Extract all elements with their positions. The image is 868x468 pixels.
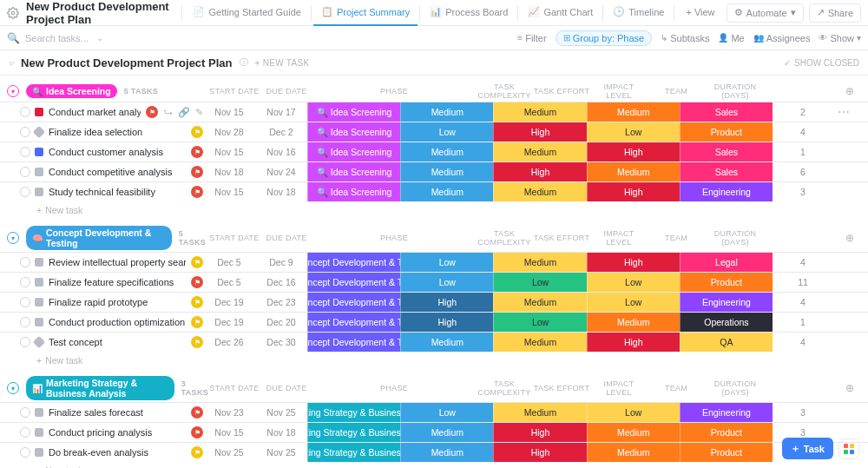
view-tab[interactable]: 📋Project Summary xyxy=(313,0,418,26)
priority-flag-icon[interactable]: ⚑ xyxy=(191,256,203,268)
team-chip[interactable]: Sales xyxy=(680,162,773,181)
phase-chip[interactable]: 🔍 Idea Screening xyxy=(307,142,400,161)
start-date[interactable]: Dec 26 xyxy=(203,333,255,352)
group-badge[interactable]: 🧠 Concept Development & Testing xyxy=(26,226,172,250)
complexity-chip[interactable]: Low xyxy=(400,273,493,292)
effort-chip[interactable]: High xyxy=(493,443,586,462)
impact-chip[interactable]: High xyxy=(587,182,680,201)
add-view-button[interactable]: + View xyxy=(678,0,722,26)
complexity-chip[interactable]: Low xyxy=(400,122,493,142)
impact-chip[interactable]: High xyxy=(587,333,680,352)
select-checkbox[interactable] xyxy=(19,253,31,272)
effort-chip[interactable]: Medium xyxy=(493,333,586,352)
edit-icon[interactable]: ✎ xyxy=(195,107,203,118)
impact-chip[interactable]: Low xyxy=(587,122,680,142)
start-date[interactable]: Dec 5 xyxy=(203,253,255,272)
team-chip[interactable]: Product xyxy=(680,122,773,142)
group-badge[interactable]: 📊 Marketing Strategy & Business Analysis xyxy=(26,376,174,400)
drag-handle-icon[interactable]: ⋮⋮ xyxy=(0,403,19,422)
priority-flag-icon[interactable]: ⚑ xyxy=(191,316,203,328)
phase-chip[interactable]: 🧠 Concept Development & Testing xyxy=(307,273,400,292)
new-task-row[interactable]: New task xyxy=(0,462,868,468)
impact-chip[interactable]: Medium xyxy=(587,102,680,122)
drag-handle-icon[interactable]: ⋮⋮ xyxy=(0,443,19,462)
phase-chip[interactable]: 📊 Marketing Strategy & Business Analysis xyxy=(307,443,400,462)
automate-button[interactable]: ⚙ Automate ▾ xyxy=(727,3,804,23)
task-row[interactable]: ⋮⋮ Conduct production optimization analy… xyxy=(0,312,868,332)
team-chip[interactable]: Sales xyxy=(680,102,773,122)
view-tab[interactable]: 📈Gantt Chart xyxy=(520,0,601,26)
drag-handle-icon[interactable]: ⋮⋮ xyxy=(0,423,19,442)
drag-handle-icon[interactable]: ⋮⋮ xyxy=(0,102,19,122)
priority-flag-icon[interactable]: ⚑ xyxy=(146,106,158,118)
effort-chip[interactable]: Medium xyxy=(493,142,586,161)
priority-flag-icon[interactable]: ⚑ xyxy=(191,186,203,198)
add-column-button[interactable]: ⊕ xyxy=(845,232,854,244)
complexity-chip[interactable]: Medium xyxy=(400,142,493,161)
complexity-chip[interactable]: Medium xyxy=(400,333,493,352)
show-closed-button[interactable]: ✓ SHOW CLOSED xyxy=(784,58,859,68)
select-checkbox[interactable] xyxy=(19,443,31,462)
phase-chip[interactable]: 🧠 Concept Development & Testing xyxy=(307,293,400,312)
drag-handle-icon[interactable]: ⋮⋮ xyxy=(0,293,19,312)
task-list-scroll[interactable]: ▾ 🔍 Idea Screening 5 TASKS START DATE DU… xyxy=(0,75,868,468)
team-chip[interactable]: QA xyxy=(680,333,773,352)
start-date[interactable]: Nov 25 xyxy=(203,443,255,462)
drag-handle-icon[interactable]: ⋮⋮ xyxy=(0,182,19,201)
due-date[interactable]: Nov 25 xyxy=(255,403,307,422)
complexity-chip[interactable]: Medium xyxy=(400,423,493,442)
group-collapse-button[interactable]: ▾ xyxy=(7,232,19,244)
team-chip[interactable]: Product xyxy=(680,443,773,462)
due-date[interactable]: Nov 25 xyxy=(255,443,307,462)
group-badge[interactable]: 🔍 Idea Screening xyxy=(26,84,117,98)
due-date[interactable]: Dec 2 xyxy=(255,122,307,142)
task-row[interactable]: ⋮⋮ Finalize feature specifications ⚑ Dec… xyxy=(0,272,868,292)
select-checkbox[interactable] xyxy=(19,273,31,292)
me-button[interactable]: 👤 Me xyxy=(718,33,744,43)
complexity-chip[interactable]: High xyxy=(400,293,493,312)
select-checkbox[interactable] xyxy=(19,122,31,142)
list-collapse-icon[interactable]: ○ xyxy=(9,58,14,68)
drag-handle-icon[interactable]: ⋮⋮ xyxy=(0,162,19,181)
priority-flag-icon[interactable]: ⚑ xyxy=(191,126,203,138)
task-row[interactable]: ⋮⋮ Conduct pricing analysis ⚑ Nov 15 Nov… xyxy=(0,422,868,442)
effort-chip[interactable]: Low xyxy=(493,313,586,332)
new-task-row[interactable]: New task xyxy=(0,352,868,369)
drag-handle-icon[interactable]: ⋮⋮ xyxy=(0,142,19,161)
phase-chip[interactable]: 🧠 Concept Development & Testing xyxy=(307,333,400,352)
groupby-button[interactable]: ⊞ Group by: Phase xyxy=(556,30,653,46)
impact-chip[interactable]: Medium xyxy=(587,313,680,332)
select-checkbox[interactable] xyxy=(19,313,31,332)
priority-flag-icon[interactable]: ⚑ xyxy=(191,336,203,348)
phase-chip[interactable]: 🔍 Idea Screening xyxy=(307,102,400,122)
view-tab[interactable]: 🕒Timeline xyxy=(605,0,672,26)
team-chip[interactable]: Operations xyxy=(680,313,773,332)
assignees-button[interactable]: 👥 Assignees xyxy=(753,33,811,43)
due-date[interactable]: Nov 18 xyxy=(255,423,307,442)
group-collapse-button[interactable]: ▾ xyxy=(7,382,19,394)
team-chip[interactable]: Legal xyxy=(680,253,773,272)
impact-chip[interactable]: Medium xyxy=(587,443,680,462)
priority-flag-icon[interactable]: ⚑ xyxy=(191,146,203,158)
effort-chip[interactable]: High xyxy=(493,122,586,142)
share-button[interactable]: ↗ Share xyxy=(809,3,861,23)
phase-chip[interactable]: 🔍 Idea Screening xyxy=(307,182,400,201)
filter-button[interactable]: ≡ Filter xyxy=(517,33,546,43)
select-checkbox[interactable] xyxy=(19,333,31,352)
drag-handle-icon[interactable]: ⋮⋮ xyxy=(0,253,19,272)
priority-flag-icon[interactable]: ⚑ xyxy=(191,166,203,178)
priority-flag-icon[interactable]: ⚑ xyxy=(191,446,203,458)
team-chip[interactable]: Engineering xyxy=(680,293,773,312)
start-date[interactable]: Nov 15 xyxy=(203,182,255,201)
start-date[interactable]: Dec 19 xyxy=(203,313,255,332)
priority-flag-icon[interactable]: ⚑ xyxy=(191,406,203,419)
due-date[interactable]: Nov 17 xyxy=(255,102,307,122)
phase-chip[interactable]: 🧠 Concept Development & Testing xyxy=(307,253,400,272)
task-row[interactable]: ⋮⋮ Conduct competitive analysis ⚑ Nov 18… xyxy=(0,161,868,181)
drag-handle-icon[interactable]: ⋮⋮ xyxy=(0,313,19,332)
subtasks-button[interactable]: ↳ Subtasks xyxy=(661,33,709,43)
complexity-chip[interactable]: Medium xyxy=(400,162,493,181)
complexity-chip[interactable]: Low xyxy=(400,403,493,422)
task-row[interactable]: ⋮⋮ Finalize rapid prototype ⚑ Dec 19 Dec… xyxy=(0,292,868,312)
fab-apps-button[interactable] xyxy=(838,438,859,459)
